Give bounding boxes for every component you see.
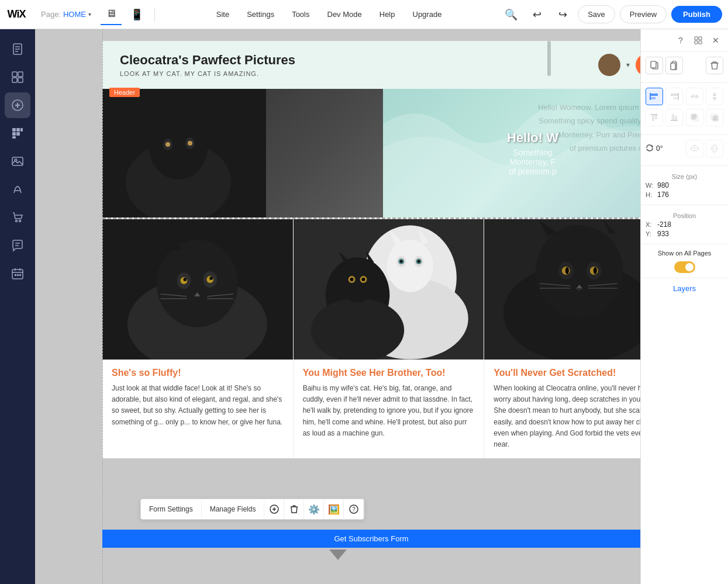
width-key: W: xyxy=(646,182,655,189)
sidebar-item-store[interactable] xyxy=(5,205,30,230)
cart-button[interactable]: 0 xyxy=(636,54,640,76)
paste-button[interactable] xyxy=(665,57,683,74)
site-header[interactable]: Cleocatra's Pawfect Pictures LOOK AT MY … xyxy=(102,41,640,89)
scroll-thumb[interactable] xyxy=(547,41,551,76)
align-top-button[interactable] xyxy=(646,109,663,126)
nav-help[interactable]: Help xyxy=(371,5,403,23)
svg-point-63 xyxy=(387,240,433,292)
flip-h-button[interactable] xyxy=(686,140,703,157)
card-title-1: She's so Fluffy! xyxy=(112,368,284,378)
x-row: X: -218 xyxy=(646,220,723,229)
nav-tools[interactable]: Tools xyxy=(284,5,318,23)
clipboard-group xyxy=(646,57,683,74)
add-form-button[interactable] xyxy=(264,499,284,519)
align-right-button[interactable] xyxy=(665,88,683,105)
svg-point-40 xyxy=(165,142,170,147)
rotate-icon xyxy=(646,144,654,154)
position-label: Position xyxy=(646,212,723,219)
right-panel: ? ✕ xyxy=(640,29,728,584)
sidebar-item-pages[interactable] xyxy=(5,36,30,62)
distribute-h-button[interactable] xyxy=(686,88,703,105)
flip-v-button[interactable] xyxy=(706,140,723,157)
nav-site[interactable]: Site xyxy=(208,5,237,23)
card-1[interactable]: She's so Fluffy! Just look at that widdl… xyxy=(102,219,294,458)
sidebar-item-blog[interactable] xyxy=(5,177,30,202)
svg-rect-14 xyxy=(12,132,16,136)
manage-fields-button[interactable]: Manage Fields xyxy=(202,501,265,517)
layers-button[interactable]: Layers xyxy=(641,278,728,299)
sidebar-item-apps[interactable] xyxy=(5,120,30,146)
topbar-actions: Save Preview Publish xyxy=(578,5,722,23)
svg-rect-124 xyxy=(695,95,698,98)
align-left-button[interactable] xyxy=(646,88,663,105)
distribute-v-button[interactable] xyxy=(706,88,723,105)
settings-icon-btn[interactable]: ⚙️ xyxy=(304,499,324,519)
card-2[interactable]: You Might See Her Brother, Too! Baihu is… xyxy=(294,219,485,458)
send-back-button[interactable] xyxy=(706,109,723,126)
help-icon-btn[interactable]: ? xyxy=(344,499,364,519)
svg-rect-110 xyxy=(651,61,656,68)
form-settings-button[interactable]: Form Settings xyxy=(141,501,202,517)
desktop-view-button[interactable]: 🖥 xyxy=(101,4,122,25)
svg-rect-30 xyxy=(19,274,21,276)
card-text-1: Just look at that widdle face! Look at i… xyxy=(112,383,284,428)
svg-point-51 xyxy=(183,278,187,281)
delete-button[interactable] xyxy=(706,57,723,74)
grid-button[interactable] xyxy=(691,33,706,48)
toggle-knob xyxy=(685,263,694,271)
svg-rect-12 xyxy=(16,128,20,132)
copy-button[interactable] xyxy=(646,57,663,74)
nav-settings[interactable]: Settings xyxy=(239,5,282,23)
svg-rect-123 xyxy=(692,95,694,98)
align-bottom-button[interactable] xyxy=(665,109,683,126)
nav-devmode[interactable]: Dev Mode xyxy=(319,5,370,23)
svg-rect-29 xyxy=(17,274,19,276)
more-align-row xyxy=(646,109,723,126)
position-section: Position X: -218 Y: 933 xyxy=(641,205,728,244)
svg-rect-127 xyxy=(713,97,716,99)
sidebar-item-add[interactable] xyxy=(5,92,30,118)
sidebar-item-components[interactable] xyxy=(5,64,30,90)
canvas-area[interactable]: Header Cleocatra's Pawfect Pictures LOOK… xyxy=(35,29,640,584)
subscribe-banner[interactable]: Get Subscribers Form xyxy=(102,530,640,548)
svg-rect-13 xyxy=(20,128,23,132)
y-key: Y: xyxy=(646,230,655,237)
down-arrow-icon xyxy=(329,550,347,561)
svg-point-72 xyxy=(339,258,376,303)
card-title-2: You Might See Her Brother, Too! xyxy=(303,368,475,378)
scrollbar[interactable] xyxy=(547,29,551,584)
svg-point-78 xyxy=(361,278,365,281)
mobile-view-button[interactable]: 📱 xyxy=(126,4,147,25)
undo-button[interactable]: ↩ xyxy=(526,4,547,25)
preview-button[interactable]: Preview xyxy=(620,5,667,23)
delete-form-button[interactable] xyxy=(284,499,304,519)
svg-text:?: ? xyxy=(352,506,356,513)
card-text-2: Baihu is my wife's cat. He's big, fat, o… xyxy=(303,383,475,439)
search-button[interactable]: 🔍 xyxy=(501,4,522,25)
sidebar-item-events[interactable] xyxy=(5,261,30,286)
svg-rect-117 xyxy=(651,94,658,96)
nav-upgrade[interactable]: Upgrade xyxy=(405,5,450,23)
close-button[interactable]: ✕ xyxy=(708,33,723,48)
redo-button[interactable]: ↪ xyxy=(552,4,573,25)
bring-forward-button[interactable] xyxy=(686,109,703,126)
page-selector[interactable]: Page: HOME ▾ xyxy=(36,8,96,21)
svg-point-41 xyxy=(188,141,192,146)
show-on-all-toggle[interactable] xyxy=(646,261,723,273)
card-3[interactable]: You'll Never Get Scratched! When looking… xyxy=(484,219,640,458)
svg-rect-17 xyxy=(12,157,23,165)
sidebar-item-media[interactable] xyxy=(5,148,30,174)
question-button[interactable]: ? xyxy=(673,33,688,48)
width-value: 980 xyxy=(657,181,669,189)
media-icon-btn[interactable]: 🖼️ xyxy=(324,499,344,519)
hero-section[interactable]: Hello! Womeow. Lorem ipsum dolor Somethi… xyxy=(102,89,640,217)
svg-rect-121 xyxy=(673,97,678,99)
page-label: Page: xyxy=(41,10,61,19)
site-title: Cleocatra's Pawfect Pictures xyxy=(120,53,295,68)
toggle-track[interactable] xyxy=(674,261,695,273)
sidebar-item-chat[interactable] xyxy=(5,233,30,258)
clipboard-section xyxy=(641,52,728,83)
save-button[interactable]: Save xyxy=(578,5,615,23)
clipboard-row xyxy=(646,57,723,74)
publish-button[interactable]: Publish xyxy=(671,6,722,23)
